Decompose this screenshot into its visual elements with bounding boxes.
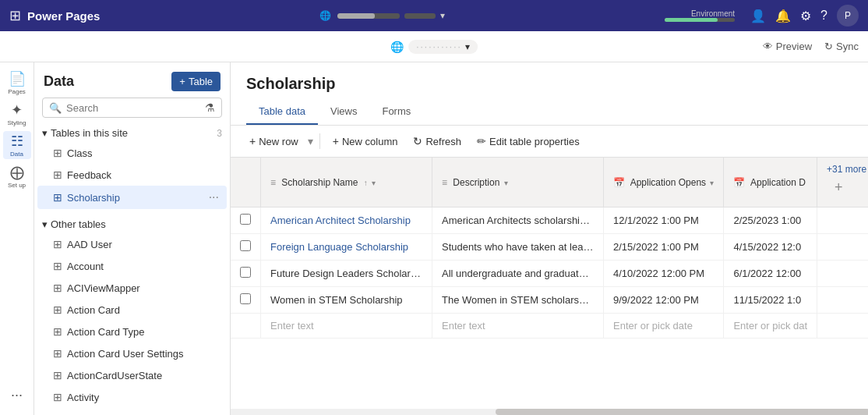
scrollbar-thumb[interactable]: [496, 409, 868, 415]
data-table: ≡ Scholarship Name ↑ ▾ ≡ Description ▾ 📅: [231, 158, 868, 339]
sidebar-header: Data + Table: [34, 62, 230, 98]
table-row: American Architect Scholarship American …: [231, 208, 868, 234]
add-column-button[interactable]: +: [827, 175, 851, 200]
grid-icon: ⊞: [53, 303, 62, 316]
row-checkbox[interactable]: [231, 287, 261, 314]
col-icon-d: 📅: [733, 177, 745, 188]
site-pill[interactable]: ··········· ▾: [408, 40, 478, 54]
col-description[interactable]: ≡ Description ▾: [432, 158, 604, 208]
data-label: Data: [10, 151, 23, 158]
sidebar-item-class[interactable]: ⊞ Class: [37, 142, 227, 164]
row-desc-4: The Women in STEM scholarship i...: [432, 287, 604, 314]
sync-button[interactable]: ↻ Sync: [824, 41, 859, 52]
environment-label: Environment: [691, 9, 735, 18]
row-opens-4: 9/9/2022 12:00 PM: [604, 287, 724, 314]
col-icon-name: ≡: [270, 177, 276, 188]
row-name-1[interactable]: American Architect Scholarship: [261, 208, 432, 234]
search-box[interactable]: 🔍 ⚗: [42, 98, 222, 118]
sidebar-item-activity-file-attachment[interactable]: ⊞ Activity File Attachment: [37, 408, 227, 415]
placeholder-name[interactable]: Enter text: [261, 314, 432, 339]
icon-bar-setup[interactable]: ⨁ Set up: [3, 162, 31, 190]
sidebar-item-account[interactable]: ⊞ Account: [37, 255, 227, 277]
row-name-4[interactable]: Women in STEM Scholarship: [261, 287, 432, 314]
checkbox-input[interactable]: [240, 267, 251, 278]
icon-bar-more[interactable]: ···: [3, 381, 31, 409]
grid-icon: ⊞: [53, 168, 62, 181]
col-scholarship-name[interactable]: ≡ Scholarship Name ↑ ▾: [261, 158, 432, 208]
row-checkbox[interactable]: [231, 234, 261, 261]
col-app-d[interactable]: 📅 Application D: [724, 158, 817, 208]
more-cols-button[interactable]: +31 more ▾: [827, 164, 868, 175]
row-d-4: 11/15/2022 1:0: [724, 287, 817, 314]
preview-button[interactable]: 👁 Preview: [763, 41, 812, 52]
sidebar-item-activity[interactable]: ⊞ Activity: [37, 386, 227, 408]
help-icon[interactable]: ?: [820, 9, 827, 23]
tab-forms[interactable]: Forms: [369, 99, 423, 125]
add-table-button[interactable]: + Table: [171, 72, 221, 91]
sidebar-item-action-card-type[interactable]: ⊞ Action Card Type: [37, 321, 227, 342]
placeholder-desc[interactable]: Enter text: [432, 314, 604, 339]
checkbox-input[interactable]: [240, 214, 251, 225]
bell-icon[interactable]: 🔔: [775, 9, 791, 23]
new-column-icon: +: [333, 135, 339, 147]
filter-chevron-opens[interactable]: ▾: [710, 179, 714, 187]
icon-bar-data[interactable]: ☷ Data: [3, 131, 31, 159]
checkbox-input[interactable]: [240, 293, 251, 304]
table-container[interactable]: ≡ Scholarship Name ↑ ▾ ≡ Description ▾ 📅: [231, 158, 868, 409]
horizontal-scrollbar[interactable]: [231, 409, 868, 415]
row-extra-4: [817, 287, 868, 314]
app-grid-icon[interactable]: ⊞: [9, 7, 21, 24]
refresh-button[interactable]: ↻ Refresh: [407, 132, 468, 151]
new-column-button[interactable]: + New column: [326, 132, 404, 151]
settings-icon[interactable]: ⚙: [800, 9, 811, 23]
checkbox-input[interactable]: [240, 240, 251, 251]
sidebar-item-scholarship[interactable]: ⊞ Scholarship ···: [37, 186, 227, 209]
col-more[interactable]: +31 more ▾ +: [817, 158, 868, 208]
icon-bar-styling[interactable]: ✦ Styling: [3, 100, 31, 128]
sidebar-item-aciviewmapper[interactable]: ⊞ ACIViewMapper: [37, 277, 227, 299]
row-name-3[interactable]: Future Design Leaders Scholarship: [261, 261, 432, 287]
sidebar-item-feedback[interactable]: ⊞ Feedback: [37, 164, 227, 186]
more-button[interactable]: ···: [209, 190, 219, 204]
second-bar: 🌐 ··········· ▾ 👁 Preview ↻ Sync: [0, 31, 868, 62]
filter-icon[interactable]: ⚗: [205, 101, 215, 114]
new-row-chevron[interactable]: ▾: [308, 135, 313, 147]
filter-chevron-desc[interactable]: ▾: [504, 179, 508, 187]
top-nav: ⊞ Power Pages 🌐 ▾ Environment 👤 🔔 ⚙ ? P: [0, 0, 868, 31]
new-row-button[interactable]: + New row: [243, 132, 305, 151]
sidebar-item-actioncarduserstate[interactable]: ⊞ ActionCardUserState: [37, 364, 227, 386]
icon-bar-pages[interactable]: 📄 Pages: [3, 69, 31, 97]
styling-label: Styling: [7, 119, 26, 126]
empty-row: Enter text Enter text Enter or pick date…: [231, 314, 868, 339]
person-icon[interactable]: 👤: [750, 9, 766, 23]
placeholder-opens[interactable]: Enter or pick date: [604, 314, 724, 339]
sidebar-item-action-card[interactable]: ⊞ Action Card: [37, 299, 227, 321]
tab-views[interactable]: Views: [318, 99, 369, 125]
row-checkbox[interactable]: [231, 208, 261, 234]
col-app-opens[interactable]: 📅 Application Opens ▾: [604, 158, 724, 208]
new-row-label: New row: [259, 136, 298, 147]
setup-label: Set up: [8, 182, 26, 189]
search-input[interactable]: [66, 102, 200, 114]
sidebar-item-aad-user[interactable]: ⊞ AAD User: [37, 233, 227, 255]
this-site-items: ⊞ Class ⊞ Feedback ⊞ Scholarship ···: [34, 142, 230, 209]
other-tables-header[interactable]: ▾ Other tables: [34, 212, 230, 233]
styling-icon: ✦: [11, 101, 23, 119]
filter-chevron-name[interactable]: ▾: [372, 179, 376, 187]
sort-icon[interactable]: ↑: [364, 179, 368, 187]
edit-table-button[interactable]: ✏ Edit table properties: [471, 132, 586, 151]
site-bar: [337, 13, 400, 19]
row-opens-3: 4/10/2022 12:00 PM: [604, 261, 724, 287]
site-chevron[interactable]: ▾: [465, 41, 470, 52]
avatar[interactable]: P: [837, 5, 859, 27]
more-icon: ···: [11, 387, 23, 403]
sidebar-item-action-card-user-settings[interactable]: ⊞ Action Card User Settings: [37, 342, 227, 364]
scholarship-label: Scholarship: [67, 192, 204, 204]
chevron-down-icon[interactable]: ▾: [440, 10, 445, 21]
placeholder-d[interactable]: Enter or pick dat: [724, 314, 817, 339]
row-checkbox[interactable]: [231, 261, 261, 287]
tab-table-data[interactable]: Table data: [246, 99, 318, 125]
this-site-header[interactable]: ▾ Tables in this site 3: [34, 124, 230, 142]
row-name-2[interactable]: Foreign Language Scholarship: [261, 234, 432, 261]
preview-icon: 👁: [763, 41, 773, 52]
